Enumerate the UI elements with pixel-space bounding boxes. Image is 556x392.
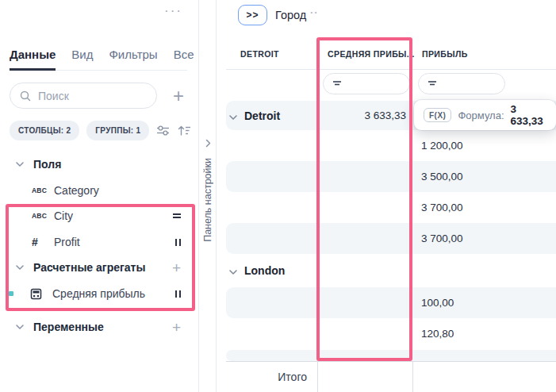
field-label: Category <box>54 184 99 197</box>
calculator-icon <box>30 288 49 300</box>
add-field-button[interactable]: + <box>173 86 189 106</box>
column-divider <box>317 362 318 392</box>
section-aggregates-label: Расчетные агрегаты <box>33 261 145 274</box>
table-row[interactable]: 3 500,00 <box>226 161 556 192</box>
tab-all[interactable]: Все <box>174 48 194 61</box>
section-fields-label: Поля <box>33 158 61 171</box>
number-type-icon: # <box>32 236 51 248</box>
column-header-profit[interactable]: ПРИБЫЛЬ <box>422 49 468 59</box>
avg-profit-cell[interactable]: 3 633,33 <box>317 110 412 121</box>
profit-cell[interactable]: 100,00 <box>412 297 556 309</box>
totals-row: Итого <box>226 361 556 392</box>
profit-filter-input[interactable] <box>418 73 505 94</box>
tab-data[interactable]: Данные <box>10 48 56 61</box>
data-sidebar: ··· Данные Вид Фильтры Все Поиск + СТОЛБ… <box>0 0 199 392</box>
table-row[interactable]: 120,80 <box>226 318 556 349</box>
table-row[interactable]: 3 700,00 <box>226 223 556 254</box>
section-aggregates[interactable]: Расчетные агрегаты + <box>0 256 198 279</box>
field-label: City <box>54 209 73 222</box>
search-placeholder: Поиск <box>38 90 69 102</box>
group-by-icon[interactable] <box>173 213 181 220</box>
formula-label: Формула: <box>458 110 504 121</box>
tab-view[interactable]: Вид <box>71 48 93 61</box>
search-row: Поиск + <box>10 83 189 109</box>
column-indicator-icon[interactable] <box>175 239 182 246</box>
text-type-icon: ABC <box>32 212 51 220</box>
column-header-detroit[interactable]: DETROIT <box>240 49 279 59</box>
field-item-avg-profit[interactable]: Средняя прибыль <box>0 282 198 306</box>
active-marker <box>9 291 13 296</box>
field-item-category[interactable]: ABC Category <box>0 179 198 202</box>
search-input[interactable]: Поиск <box>10 83 157 109</box>
settings-panel-strip: Панель настройки <box>199 0 217 392</box>
chevron-down-icon[interactable] <box>16 325 24 329</box>
add-variable-button[interactable]: + <box>172 320 181 335</box>
filter-icon <box>428 77 437 91</box>
chevron-right-icon <box>205 136 211 151</box>
section-variables[interactable]: Переменные + <box>0 315 198 339</box>
filter-icon <box>332 77 342 91</box>
settings-panel-toggle[interactable]: Панель настройки <box>199 136 217 242</box>
chevron-down-icon[interactable] <box>16 265 24 270</box>
settings-panel-label: Панель настройки <box>202 158 213 242</box>
columns-count-badge: СТОЛБЦЫ: 2 <box>10 121 79 140</box>
sliders-icon[interactable] <box>156 125 170 136</box>
totals-label: Итого <box>226 371 317 383</box>
profit-cell[interactable]: 1 200,00 <box>412 140 556 152</box>
search-icon <box>20 90 31 102</box>
header-divider <box>226 69 556 70</box>
formula-value: 3 633,33 <box>511 103 546 127</box>
formula-tooltip: F(X) Формула: 3 633,33 <box>414 100 556 130</box>
column-divider <box>412 362 413 392</box>
field-label: Средняя прибыль <box>52 287 145 300</box>
table-row-group-london[interactable]: London <box>226 254 556 287</box>
column-indicator-icon[interactable] <box>175 290 182 298</box>
profit-cell[interactable]: 3 700,00 <box>412 202 556 213</box>
sort-icon[interactable] <box>178 125 191 136</box>
table-row[interactable]: 3 700,00 <box>226 192 556 223</box>
group-label: London <box>244 264 285 277</box>
section-variables-label: Переменные <box>33 321 104 333</box>
groups-count-badge: ГРУППЫ: 1 <box>86 121 149 140</box>
fx-badge: F(X) <box>424 108 451 122</box>
chevron-down-icon[interactable] <box>229 263 237 278</box>
group-label: Detroit <box>244 110 280 122</box>
add-aggregate-button[interactable]: + <box>172 260 181 275</box>
sidebar-tabs: Данные Вид Фильтры Все <box>10 48 187 71</box>
app-window: ··· Данные Вид Фильтры Все Поиск + СТОЛБ… <box>0 0 556 392</box>
column-header-avg-profit[interactable]: СРЕДНЯЯ ПРИБЫ... <box>328 49 415 59</box>
text-type-icon: ABC <box>32 186 51 194</box>
section-fields[interactable]: Поля <box>0 152 198 176</box>
tab-filters[interactable]: Фильтры <box>109 48 157 61</box>
sidebar-more-icon[interactable]: ··· <box>164 3 182 19</box>
field-label: Profit <box>54 236 80 248</box>
table-row[interactable]: 100,00 <box>226 287 556 318</box>
collapse-group-button[interactable]: >> <box>238 5 267 25</box>
avg-profit-filter-input[interactable] <box>323 73 410 94</box>
chevron-down-icon[interactable] <box>229 109 237 123</box>
profit-cell[interactable]: 3 500,00 <box>412 171 556 183</box>
group-column-title: Город <box>275 9 306 21</box>
table-row-partial <box>226 350 556 361</box>
profit-cell[interactable]: 120,80 <box>412 328 556 340</box>
badges-row: СТОЛБЦЫ: 2 ГРУППЫ: 1 <box>10 121 184 140</box>
chevron-down-icon[interactable] <box>16 162 24 167</box>
profit-cell[interactable]: 3 700,00 <box>412 233 556 244</box>
title-menu-icon[interactable]: ·· <box>310 6 319 18</box>
table-row[interactable]: 1 200,00 <box>226 130 556 161</box>
field-item-city[interactable]: ABC City <box>0 204 198 228</box>
field-item-profit[interactable]: # Profit <box>0 230 198 254</box>
